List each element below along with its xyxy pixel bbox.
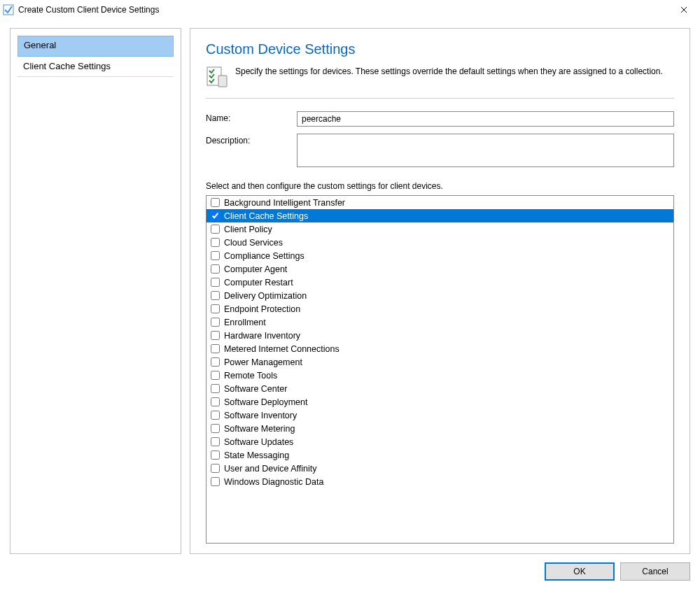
option-row[interactable]: State Messaging [206,448,673,462]
description-input[interactable] [297,134,674,167]
cancel-button[interactable]: Cancel [620,562,690,581]
page-heading: Custom Device Settings [206,41,674,57]
name-label: Name: [206,111,297,123]
name-row: Name: [206,111,674,127]
option-checkbox[interactable] [211,437,220,446]
option-row[interactable]: Computer Restart [206,276,673,289]
ok-button[interactable]: OK [545,562,615,581]
svg-rect-2 [218,76,227,87]
option-label: Software Deployment [224,397,308,407]
dialog-window: Create Custom Client Device Settings Gen… [0,0,700,589]
option-label: Software Metering [224,424,295,434]
settings-list-icon [206,66,228,88]
option-checkbox[interactable] [211,278,220,287]
description-label: Description: [206,134,297,146]
options-list[interactable]: Background Intelligent TransferClient Ca… [206,195,674,544]
main-panel: Custom Device Settings Specify the setti… [190,28,690,554]
options-instruction: Select and then configure the custom set… [206,181,674,191]
option-row[interactable]: Power Management [206,355,673,369]
option-label: Metered Internet Connections [224,344,340,354]
sidebar-item-general[interactable]: General [18,36,174,57]
close-icon [680,6,687,13]
option-label: Software Center [224,384,287,394]
option-row[interactable]: Computer Agent [206,262,673,276]
option-label: Computer Agent [224,264,287,274]
option-checkbox[interactable] [211,211,220,220]
option-checkbox[interactable] [211,371,220,380]
option-row[interactable]: Enrollment [206,315,673,329]
option-checkbox[interactable] [211,477,220,486]
option-label: User and Device Affinity [224,464,316,474]
option-row[interactable]: Remote Tools [206,369,673,382]
option-row[interactable]: Software Center [206,382,673,395]
option-label: Compliance Settings [224,251,304,261]
option-checkbox[interactable] [211,225,220,234]
description-row: Description: [206,134,674,167]
option-checkbox[interactable] [211,264,220,274]
option-label: Software Updates [224,437,293,447]
option-checkbox[interactable] [211,464,220,473]
option-label: Software Inventory [224,411,297,420]
sidebar: GeneralClient Cache Settings [10,28,181,554]
option-checkbox[interactable] [211,397,220,406]
option-checkbox[interactable] [211,291,220,300]
option-label: Power Management [224,357,302,367]
option-checkbox[interactable] [211,384,220,393]
option-row[interactable]: Software Inventory [206,409,673,422]
option-label: Background Intelligent Transfer [224,198,345,208]
option-label: Client Policy [224,225,272,234]
option-label: Hardware Inventory [224,331,300,341]
option-label: Delivery Optimization [224,291,307,301]
panes: GeneralClient Cache Settings Custom Devi… [10,28,690,554]
option-row[interactable]: Compliance Settings [206,249,673,262]
option-label: Endpoint Protection [224,304,300,314]
option-row[interactable]: Endpoint Protection [206,302,673,315]
button-bar: OK Cancel [10,554,690,581]
close-button[interactable] [668,0,700,20]
option-checkbox[interactable] [211,344,220,353]
option-label: State Messaging [224,450,289,460]
window-title: Create Custom Client Device Settings [18,5,159,15]
option-checkbox[interactable] [211,304,220,313]
sidebar-item-client-cache-settings[interactable]: Client Cache Settings [18,57,174,77]
option-checkbox[interactable] [211,238,220,247]
option-row[interactable]: Hardware Inventory [206,329,673,342]
option-row[interactable]: Software Deployment [206,395,673,409]
option-checkbox[interactable] [211,318,220,327]
option-label: Remote Tools [224,371,277,381]
app-icon [3,4,14,15]
option-row[interactable]: User and Device Affinity [206,462,673,475]
intro-text: Specify the settings for devices. These … [235,66,663,77]
option-row[interactable]: Metered Internet Connections [206,342,673,355]
name-input[interactable] [297,111,674,127]
option-checkbox[interactable] [211,424,220,433]
option-checkbox[interactable] [211,198,220,207]
option-row[interactable]: Software Metering [206,422,673,435]
option-row[interactable]: Windows Diagnostic Data [206,475,673,488]
option-row[interactable]: Delivery Optimization [206,289,673,302]
option-label: Windows Diagnostic Data [224,477,323,487]
option-row[interactable]: Background Intelligent Transfer [206,196,673,209]
option-checkbox[interactable] [211,251,220,260]
option-label: Cloud Services [224,238,283,248]
option-checkbox[interactable] [211,357,220,367]
option-checkbox[interactable] [211,331,220,340]
option-label: Client Cache Settings [224,211,308,221]
option-row[interactable]: Software Updates [206,435,673,448]
option-row[interactable]: Client Policy [206,222,673,236]
option-label: Computer Restart [224,278,293,288]
intro-section: Specify the settings for devices. These … [206,66,674,99]
option-row[interactable]: Cloud Services [206,236,673,249]
option-label: Enrollment [224,318,266,327]
client-area: GeneralClient Cache Settings Custom Devi… [0,20,700,589]
option-checkbox[interactable] [211,450,220,460]
title-bar: Create Custom Client Device Settings [0,0,700,20]
option-checkbox[interactable] [211,411,220,420]
option-row[interactable]: Client Cache Settings [206,209,673,222]
